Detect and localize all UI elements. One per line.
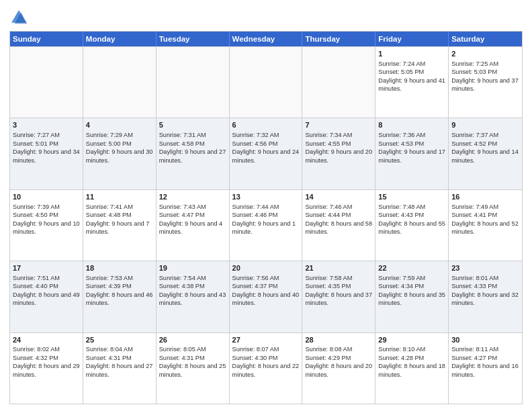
day-info: Sunrise: 7:41 AM Sunset: 4:48 PM Dayligh… bbox=[86, 203, 150, 235]
weekday-header: Saturday bbox=[449, 32, 522, 46]
day-number: 4 bbox=[86, 120, 153, 130]
empty-cell bbox=[230, 47, 303, 118]
calendar-row: 10Sunrise: 7:39 AM Sunset: 4:50 PM Dayli… bbox=[10, 189, 522, 261]
day-number: 16 bbox=[451, 192, 519, 202]
calendar-cell: 19Sunrise: 7:54 AM Sunset: 4:38 PM Dayli… bbox=[157, 261, 230, 332]
calendar-cell: 7Sunrise: 7:34 AM Sunset: 4:55 PM Daylig… bbox=[302, 118, 375, 189]
weekday-header: Monday bbox=[83, 32, 157, 46]
calendar-header: SundayMondayTuesdayWednesdayThursdayFrid… bbox=[10, 32, 522, 46]
day-info: Sunrise: 7:27 AM Sunset: 5:01 PM Dayligh… bbox=[13, 132, 80, 163]
calendar-cell: 11Sunrise: 7:41 AM Sunset: 4:48 PM Dayli… bbox=[83, 190, 157, 261]
calendar-cell: 24Sunrise: 8:02 AM Sunset: 4:32 PM Dayli… bbox=[10, 333, 83, 404]
day-info: Sunrise: 8:10 AM Sunset: 4:28 PM Dayligh… bbox=[378, 346, 445, 377]
calendar-row: 24Sunrise: 8:02 AM Sunset: 4:32 PM Dayli… bbox=[10, 332, 522, 404]
calendar-cell: 6Sunrise: 7:32 AM Sunset: 4:56 PM Daylig… bbox=[230, 118, 303, 189]
day-info: Sunrise: 7:58 AM Sunset: 4:35 PM Dayligh… bbox=[305, 275, 372, 306]
empty-cell bbox=[83, 47, 157, 118]
day-number: 3 bbox=[13, 120, 80, 130]
calendar-row: 17Sunrise: 7:51 AM Sunset: 4:40 PM Dayli… bbox=[10, 261, 522, 332]
day-number: 27 bbox=[232, 335, 300, 345]
day-number: 6 bbox=[232, 120, 300, 130]
day-number: 25 bbox=[86, 335, 153, 345]
calendar-cell: 18Sunrise: 7:53 AM Sunset: 4:39 PM Dayli… bbox=[83, 261, 157, 332]
day-info: Sunrise: 7:59 AM Sunset: 4:34 PM Dayligh… bbox=[378, 275, 445, 306]
empty-cell bbox=[157, 47, 230, 118]
calendar-cell: 10Sunrise: 7:39 AM Sunset: 4:50 PM Dayli… bbox=[10, 190, 83, 261]
calendar-cell: 29Sunrise: 8:10 AM Sunset: 4:28 PM Dayli… bbox=[375, 333, 449, 404]
calendar-cell: 8Sunrise: 7:36 AM Sunset: 4:53 PM Daylig… bbox=[375, 118, 449, 189]
day-number: 9 bbox=[451, 120, 519, 130]
day-info: Sunrise: 7:43 AM Sunset: 4:47 PM Dayligh… bbox=[159, 203, 223, 235]
day-info: Sunrise: 7:29 AM Sunset: 5:00 PM Dayligh… bbox=[86, 132, 153, 163]
day-info: Sunrise: 7:37 AM Sunset: 4:52 PM Dayligh… bbox=[451, 132, 519, 163]
day-info: Sunrise: 7:39 AM Sunset: 4:50 PM Dayligh… bbox=[13, 203, 80, 235]
day-number: 21 bbox=[305, 263, 372, 273]
calendar-cell: 16Sunrise: 7:49 AM Sunset: 4:41 PM Dayli… bbox=[449, 190, 522, 261]
day-number: 26 bbox=[159, 335, 226, 345]
day-number: 18 bbox=[86, 263, 153, 273]
day-number: 1 bbox=[378, 49, 445, 59]
day-number: 17 bbox=[13, 263, 80, 273]
page: SundayMondayTuesdayWednesdayThursdayFrid… bbox=[0, 0, 532, 411]
top-section bbox=[9, 8, 523, 27]
day-info: Sunrise: 8:07 AM Sunset: 4:30 PM Dayligh… bbox=[232, 346, 300, 377]
weekday-header: Friday bbox=[375, 32, 449, 46]
calendar-cell: 22Sunrise: 7:59 AM Sunset: 4:34 PM Dayli… bbox=[375, 261, 449, 332]
calendar-cell: 27Sunrise: 8:07 AM Sunset: 4:30 PM Dayli… bbox=[230, 333, 303, 404]
day-info: Sunrise: 7:34 AM Sunset: 4:55 PM Dayligh… bbox=[305, 132, 372, 163]
weekday-header: Tuesday bbox=[157, 32, 230, 46]
calendar-row: 1Sunrise: 7:24 AM Sunset: 5:05 PM Daylig… bbox=[10, 46, 522, 118]
day-info: Sunrise: 7:36 AM Sunset: 4:53 PM Dayligh… bbox=[378, 132, 445, 163]
day-number: 7 bbox=[305, 120, 372, 130]
day-info: Sunrise: 7:51 AM Sunset: 4:40 PM Dayligh… bbox=[13, 275, 80, 306]
day-number: 19 bbox=[159, 263, 226, 273]
calendar-cell: 28Sunrise: 8:08 AM Sunset: 4:29 PM Dayli… bbox=[302, 333, 375, 404]
day-info: Sunrise: 7:54 AM Sunset: 4:38 PM Dayligh… bbox=[159, 275, 226, 306]
day-number: 15 bbox=[378, 192, 445, 202]
day-number: 23 bbox=[451, 263, 519, 273]
calendar-cell: 21Sunrise: 7:58 AM Sunset: 4:35 PM Dayli… bbox=[302, 261, 375, 332]
day-number: 13 bbox=[232, 192, 300, 202]
calendar-cell: 17Sunrise: 7:51 AM Sunset: 4:40 PM Dayli… bbox=[10, 261, 83, 332]
day-info: Sunrise: 8:05 AM Sunset: 4:31 PM Dayligh… bbox=[159, 346, 226, 377]
calendar-cell: 26Sunrise: 8:05 AM Sunset: 4:31 PM Dayli… bbox=[157, 333, 230, 404]
calendar-cell: 30Sunrise: 8:11 AM Sunset: 4:27 PM Dayli… bbox=[449, 333, 522, 404]
calendar-cell: 23Sunrise: 8:01 AM Sunset: 4:33 PM Dayli… bbox=[449, 261, 522, 332]
calendar-cell: 3Sunrise: 7:27 AM Sunset: 5:01 PM Daylig… bbox=[10, 118, 83, 189]
empty-cell bbox=[302, 47, 375, 118]
day-number: 10 bbox=[13, 192, 80, 202]
day-info: Sunrise: 8:01 AM Sunset: 4:33 PM Dayligh… bbox=[451, 275, 519, 306]
calendar: SundayMondayTuesdayWednesdayThursdayFrid… bbox=[9, 31, 523, 404]
day-number: 20 bbox=[232, 263, 300, 273]
day-number: 14 bbox=[305, 192, 372, 202]
day-info: Sunrise: 7:46 AM Sunset: 4:44 PM Dayligh… bbox=[305, 203, 372, 235]
calendar-cell: 1Sunrise: 7:24 AM Sunset: 5:05 PM Daylig… bbox=[375, 47, 449, 118]
calendar-cell: 14Sunrise: 7:46 AM Sunset: 4:44 PM Dayli… bbox=[302, 190, 375, 261]
day-info: Sunrise: 7:56 AM Sunset: 4:37 PM Dayligh… bbox=[232, 275, 300, 306]
day-number: 12 bbox=[159, 192, 226, 202]
day-info: Sunrise: 7:48 AM Sunset: 4:43 PM Dayligh… bbox=[378, 203, 445, 235]
calendar-row: 3Sunrise: 7:27 AM Sunset: 5:01 PM Daylig… bbox=[10, 118, 522, 189]
day-number: 30 bbox=[451, 335, 519, 345]
day-number: 8 bbox=[378, 120, 445, 130]
day-info: Sunrise: 7:24 AM Sunset: 5:05 PM Dayligh… bbox=[378, 60, 445, 92]
calendar-cell: 2Sunrise: 7:25 AM Sunset: 5:03 PM Daylig… bbox=[449, 47, 522, 118]
day-number: 29 bbox=[378, 335, 445, 345]
weekday-header: Wednesday bbox=[230, 32, 303, 46]
logo bbox=[9, 8, 31, 27]
day-number: 11 bbox=[86, 192, 153, 202]
calendar-cell: 12Sunrise: 7:43 AM Sunset: 4:47 PM Dayli… bbox=[157, 190, 230, 261]
day-info: Sunrise: 7:49 AM Sunset: 4:41 PM Dayligh… bbox=[451, 203, 519, 235]
day-info: Sunrise: 7:25 AM Sunset: 5:03 PM Dayligh… bbox=[451, 60, 519, 92]
day-info: Sunrise: 8:02 AM Sunset: 4:32 PM Dayligh… bbox=[13, 346, 80, 377]
day-info: Sunrise: 7:32 AM Sunset: 4:56 PM Dayligh… bbox=[232, 132, 300, 163]
calendar-cell: 13Sunrise: 7:44 AM Sunset: 4:46 PM Dayli… bbox=[230, 190, 303, 261]
empty-cell bbox=[10, 47, 83, 118]
day-info: Sunrise: 8:04 AM Sunset: 4:31 PM Dayligh… bbox=[86, 346, 153, 377]
calendar-body: 1Sunrise: 7:24 AM Sunset: 5:05 PM Daylig… bbox=[10, 46, 522, 404]
day-number: 22 bbox=[378, 263, 445, 273]
day-number: 24 bbox=[13, 335, 80, 345]
day-info: Sunrise: 7:31 AM Sunset: 4:58 PM Dayligh… bbox=[159, 132, 226, 163]
weekday-header: Thursday bbox=[302, 32, 375, 46]
day-info: Sunrise: 7:53 AM Sunset: 4:39 PM Dayligh… bbox=[86, 275, 153, 306]
